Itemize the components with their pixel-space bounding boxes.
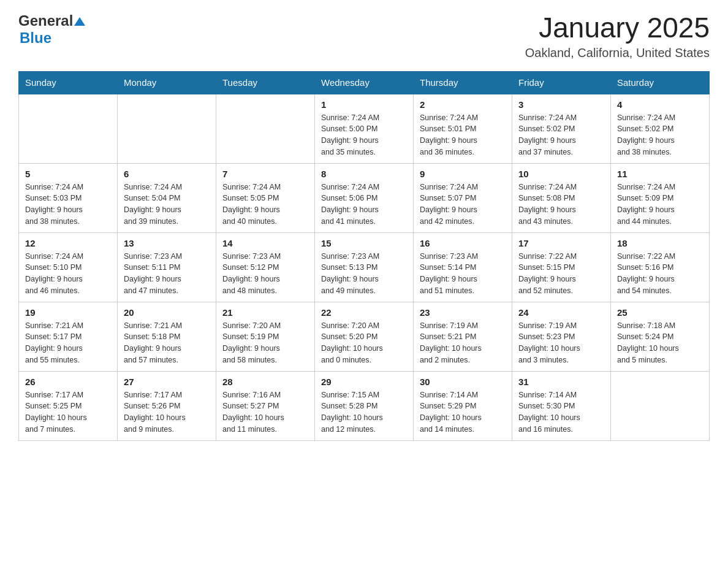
calendar-body: 1Sunrise: 7:24 AM Sunset: 5:00 PM Daylig… (19, 94, 710, 441)
calendar-week-row: 19Sunrise: 7:21 AM Sunset: 5:17 PM Dayli… (19, 302, 710, 371)
svg-marker-0 (74, 17, 85, 26)
day-number: 14 (222, 238, 308, 248)
calendar-day-cell: 27Sunrise: 7:17 AM Sunset: 5:26 PM Dayli… (118, 371, 216, 440)
calendar-day-cell: 6Sunrise: 7:24 AM Sunset: 5:04 PM Daylig… (118, 163, 216, 232)
logo-general-text: General (18, 12, 73, 29)
day-number: 1 (321, 99, 407, 110)
calendar-day-cell: 25Sunrise: 7:18 AM Sunset: 5:24 PM Dayli… (611, 302, 710, 371)
calendar-day-cell: 24Sunrise: 7:19 AM Sunset: 5:23 PM Dayli… (512, 302, 611, 371)
day-info: Sunrise: 7:23 AM Sunset: 5:12 PM Dayligh… (222, 251, 308, 297)
weekday-header-friday: Friday (512, 71, 611, 94)
calendar-day-cell: 7Sunrise: 7:24 AM Sunset: 5:05 PM Daylig… (216, 163, 315, 232)
calendar-day-cell: 20Sunrise: 7:21 AM Sunset: 5:18 PM Dayli… (118, 302, 216, 371)
calendar-day-cell: 21Sunrise: 7:20 AM Sunset: 5:19 PM Dayli… (216, 302, 315, 371)
day-number: 2 (420, 99, 506, 110)
day-number: 5 (25, 169, 111, 179)
day-number: 7 (222, 169, 308, 179)
page-title: January 2025 (525, 12, 710, 44)
day-info: Sunrise: 7:16 AM Sunset: 5:27 PM Dayligh… (222, 389, 308, 435)
day-number: 27 (124, 377, 210, 387)
day-number: 23 (420, 307, 506, 318)
day-number: 22 (321, 307, 407, 318)
day-info: Sunrise: 7:24 AM Sunset: 5:09 PM Dayligh… (617, 182, 703, 228)
day-number: 3 (518, 99, 604, 110)
day-info: Sunrise: 7:24 AM Sunset: 5:07 PM Dayligh… (420, 182, 506, 228)
day-info: Sunrise: 7:14 AM Sunset: 5:29 PM Dayligh… (420, 389, 506, 435)
day-number: 4 (617, 99, 703, 110)
weekday-header-wednesday: Wednesday (315, 71, 414, 94)
weekday-header-saturday: Saturday (611, 71, 710, 94)
calendar-day-cell: 30Sunrise: 7:14 AM Sunset: 5:29 PM Dayli… (414, 371, 512, 440)
calendar-day-cell: 28Sunrise: 7:16 AM Sunset: 5:27 PM Dayli… (216, 371, 315, 440)
day-info: Sunrise: 7:24 AM Sunset: 5:02 PM Dayligh… (617, 112, 703, 158)
calendar-week-row: 1Sunrise: 7:24 AM Sunset: 5:00 PM Daylig… (19, 94, 710, 164)
day-number: 16 (420, 238, 506, 248)
day-info: Sunrise: 7:19 AM Sunset: 5:21 PM Dayligh… (420, 320, 506, 366)
day-info: Sunrise: 7:24 AM Sunset: 5:06 PM Dayligh… (321, 182, 407, 228)
calendar-day-cell: 4Sunrise: 7:24 AM Sunset: 5:02 PM Daylig… (611, 94, 710, 164)
calendar-day-cell: 19Sunrise: 7:21 AM Sunset: 5:17 PM Dayli… (19, 302, 118, 371)
day-info: Sunrise: 7:20 AM Sunset: 5:19 PM Dayligh… (222, 320, 308, 366)
day-number: 20 (124, 307, 210, 318)
day-number: 8 (321, 169, 407, 179)
day-number: 31 (518, 377, 604, 387)
weekday-header-thursday: Thursday (414, 71, 512, 94)
day-number: 24 (518, 307, 604, 318)
calendar-day-cell: 15Sunrise: 7:23 AM Sunset: 5:13 PM Dayli… (315, 232, 414, 302)
day-info: Sunrise: 7:15 AM Sunset: 5:28 PM Dayligh… (321, 389, 407, 435)
calendar-header: SundayMondayTuesdayWednesdayThursdayFrid… (19, 71, 710, 94)
calendar-day-cell: 14Sunrise: 7:23 AM Sunset: 5:12 PM Dayli… (216, 232, 315, 302)
day-info: Sunrise: 7:23 AM Sunset: 5:11 PM Dayligh… (124, 251, 210, 297)
day-number: 11 (617, 169, 703, 179)
day-info: Sunrise: 7:23 AM Sunset: 5:13 PM Dayligh… (321, 251, 407, 297)
calendar-week-row: 5Sunrise: 7:24 AM Sunset: 5:03 PM Daylig… (19, 163, 710, 232)
calendar-table: SundayMondayTuesdayWednesdayThursdayFrid… (18, 71, 710, 441)
day-number: 10 (518, 169, 604, 179)
day-info: Sunrise: 7:23 AM Sunset: 5:14 PM Dayligh… (420, 251, 506, 297)
day-number: 9 (420, 169, 506, 179)
weekday-header-row: SundayMondayTuesdayWednesdayThursdayFrid… (19, 71, 710, 94)
calendar-day-cell: 23Sunrise: 7:19 AM Sunset: 5:21 PM Dayli… (414, 302, 512, 371)
calendar-day-cell: 8Sunrise: 7:24 AM Sunset: 5:06 PM Daylig… (315, 163, 414, 232)
calendar-day-cell: 13Sunrise: 7:23 AM Sunset: 5:11 PM Dayli… (118, 232, 216, 302)
calendar-day-cell: 12Sunrise: 7:24 AM Sunset: 5:10 PM Dayli… (19, 232, 118, 302)
day-number: 30 (420, 377, 506, 387)
day-number: 17 (518, 238, 604, 248)
day-info: Sunrise: 7:24 AM Sunset: 5:01 PM Dayligh… (420, 112, 506, 158)
calendar-day-cell: 2Sunrise: 7:24 AM Sunset: 5:01 PM Daylig… (414, 94, 512, 164)
calendar-day-cell: 5Sunrise: 7:24 AM Sunset: 5:03 PM Daylig… (19, 163, 118, 232)
day-info: Sunrise: 7:24 AM Sunset: 5:05 PM Dayligh… (222, 182, 308, 228)
calendar-day-cell (611, 371, 710, 440)
day-info: Sunrise: 7:24 AM Sunset: 5:04 PM Dayligh… (124, 182, 210, 228)
weekday-header-monday: Monday (118, 71, 216, 94)
calendar-week-row: 12Sunrise: 7:24 AM Sunset: 5:10 PM Dayli… (19, 232, 710, 302)
day-info: Sunrise: 7:21 AM Sunset: 5:18 PM Dayligh… (124, 320, 210, 366)
calendar-day-cell (216, 94, 315, 164)
calendar-day-cell: 9Sunrise: 7:24 AM Sunset: 5:07 PM Daylig… (414, 163, 512, 232)
day-info: Sunrise: 7:21 AM Sunset: 5:17 PM Dayligh… (25, 320, 111, 366)
day-info: Sunrise: 7:17 AM Sunset: 5:25 PM Dayligh… (25, 389, 111, 435)
calendar-day-cell: 3Sunrise: 7:24 AM Sunset: 5:02 PM Daylig… (512, 94, 611, 164)
calendar-day-cell: 29Sunrise: 7:15 AM Sunset: 5:28 PM Dayli… (315, 371, 414, 440)
calendar-day-cell: 17Sunrise: 7:22 AM Sunset: 5:15 PM Dayli… (512, 232, 611, 302)
calendar-day-cell: 18Sunrise: 7:22 AM Sunset: 5:16 PM Dayli… (611, 232, 710, 302)
day-number: 19 (25, 307, 111, 318)
day-number: 13 (124, 238, 210, 248)
day-info: Sunrise: 7:24 AM Sunset: 5:10 PM Dayligh… (25, 251, 111, 297)
logo-triangle-icon (74, 16, 85, 27)
day-number: 18 (617, 238, 703, 248)
calendar-day-cell: 1Sunrise: 7:24 AM Sunset: 5:00 PM Daylig… (315, 94, 414, 164)
day-number: 29 (321, 377, 407, 387)
logo: General Blue (18, 12, 85, 47)
calendar-week-row: 26Sunrise: 7:17 AM Sunset: 5:25 PM Dayli… (19, 371, 710, 440)
day-number: 26 (25, 377, 111, 387)
day-info: Sunrise: 7:20 AM Sunset: 5:20 PM Dayligh… (321, 320, 407, 366)
calendar-day-cell: 10Sunrise: 7:24 AM Sunset: 5:08 PM Dayli… (512, 163, 611, 232)
page-subtitle: Oakland, California, United States (525, 46, 710, 60)
day-info: Sunrise: 7:24 AM Sunset: 5:08 PM Dayligh… (518, 182, 604, 228)
weekday-header-sunday: Sunday (19, 71, 118, 94)
calendar-day-cell: 26Sunrise: 7:17 AM Sunset: 5:25 PM Dayli… (19, 371, 118, 440)
day-number: 21 (222, 307, 308, 318)
weekday-header-tuesday: Tuesday (216, 71, 315, 94)
day-number: 28 (222, 377, 308, 387)
